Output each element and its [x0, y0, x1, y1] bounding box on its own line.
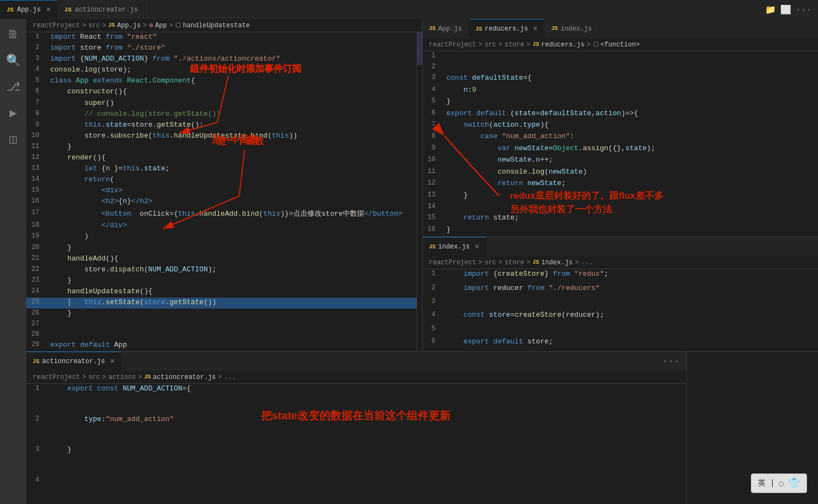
code-line-9: 9 this.state=store.getState(); [26, 120, 422, 131]
r-line-4: 4 n:9 [423, 85, 819, 97]
activity-git[interactable]: ⎇ [2, 76, 24, 98]
r-line-8: 8 case "num_add_action": [423, 132, 819, 143]
code-line-2: 2 import store from "./store" [26, 43, 422, 54]
rb-line-1: 1 import {createStore} from "redux"; [423, 269, 819, 283]
activity-files[interactable]: 🗎 [2, 23, 24, 45]
code-line-5: 5 class App extends React.Component{ [26, 76, 422, 87]
code-line-6: 6 constructor(){ [26, 87, 422, 98]
tab-bar-actions: 📁 ⬜ ··· [758, 4, 818, 15]
js-icon-bottom-index: JS [429, 244, 436, 250]
more-actions-icon[interactable]: ··· [796, 5, 811, 15]
badge-text1: 英 [758, 478, 766, 488]
r-line-15: 15 return state; [423, 213, 819, 224]
code-line-28: 28 [26, 330, 422, 340]
minimap [417, 32, 422, 351]
bottom-tab-actioncreator[interactable]: JS actioncreator.js × [26, 352, 122, 371]
code-line-21: 21 handleAdd(){ [26, 254, 422, 265]
rb-line-4: 4 const store=createStore(reducer); [423, 310, 819, 324]
left-code-lines: 1 import React from "react" 2 import sto… [26, 32, 422, 351]
right-tab-appjs[interactable]: JS App.js [423, 19, 469, 38]
right-tab-reducers-label: reducers.js [485, 25, 528, 33]
right-bottom-code-lines: 1 import {createStore} from "redux"; 2 i… [423, 269, 819, 351]
tab-close-reducers[interactable]: × [533, 25, 537, 33]
rb-line-5: 5 [423, 324, 819, 337]
bottom-panel: JS actioncreator.js × ··· reactProject >… [26, 351, 818, 504]
code-line-27: 27 [26, 319, 422, 330]
folder-icon[interactable]: 📁 [765, 4, 776, 15]
breadcrumb-src: src [88, 22, 100, 29]
tab-label-appjs: App.js [17, 6, 40, 14]
rb-line-3: 3 [423, 297, 819, 310]
r-line-11: 11 console.log(newState) [423, 167, 819, 179]
badge-icon: 👕 [788, 477, 800, 489]
bottom-breadcrumb: reactProject > src > actions > JS action… [26, 371, 686, 384]
r-line-14: 14 [423, 202, 819, 213]
bot-line-4: 4 [26, 476, 686, 504]
bottom-more-icon[interactable]: ··· [656, 356, 686, 367]
code-line-15: 15 <div> [26, 186, 422, 197]
tab-label-actioncreator: actioncreator.js [75, 6, 138, 14]
code-line-13: 13 let {n }=this.state; [26, 164, 422, 175]
code-line-24: 24 handleUpdatestate(){ [26, 287, 422, 298]
code-line-20: 20 } [26, 243, 422, 254]
code-line-12: 12 render(){ [26, 153, 422, 164]
right-top-tab-bar: JS App.js JS reducers.js × JS index.js [423, 19, 819, 38]
badge-dot: ◌ [779, 479, 784, 488]
right-tab-index-label: index.js [560, 25, 592, 33]
code-line-10: 10 store.subscribe(this.handleUpdatestat… [26, 131, 422, 142]
tab-appjs[interactable]: JS App.js × [0, 0, 58, 19]
code-line-1: 1 import React from "react" [26, 32, 422, 43]
right-top-code-lines: 1 2 3 const defaultState={ [423, 51, 819, 236]
tab-close-bottom[interactable]: × [110, 358, 114, 365]
right-bottom-tab-index[interactable]: JS index.js × [423, 237, 487, 256]
activity-extensions[interactable]: ◫ [2, 128, 24, 150]
breadcrumb-text-left: reactProject [33, 22, 80, 29]
activity-debug[interactable]: ▶ [2, 102, 24, 124]
tab-close-appjs[interactable]: × [46, 6, 50, 14]
r-line-2: 2 [423, 62, 819, 73]
js-icon-right-appjs: JS [429, 26, 436, 32]
code-line-29: 29 export default App [26, 340, 422, 351]
r-line-16: 16 } [423, 225, 819, 236]
js-icon-actioncreator: JS [64, 7, 72, 13]
right-editor-pane: JS App.js JS reducers.js × JS index.js [423, 19, 819, 351]
code-line-8: 8 // console.log(store.getState()) [26, 109, 422, 120]
bot-line-3: 3 } [26, 445, 686, 476]
left-editor-pane: reactProject > src > JS App.js > ⚙ App >… [26, 19, 423, 351]
language-badge[interactable]: 英 | ◌ 👕 [751, 473, 807, 493]
code-line-11: 11 } [26, 142, 422, 153]
r-line-9: 9 var newState=Object.assign({},state); [423, 144, 819, 155]
r-line-7: 7 switch(action.type){ [423, 120, 819, 132]
code-line-7: 7 super() [26, 98, 422, 109]
code-line-17: 17 <button onClick={this.handleAdd.bind(… [26, 208, 422, 221]
right-bottom-tab-bar: JS index.js × [423, 237, 819, 256]
tab-actioncreator[interactable]: JS actioncreator.js [58, 0, 145, 19]
bottom-left-panel: JS actioncreator.js × ··· reactProject >… [26, 352, 687, 504]
right-tab-reducers[interactable]: JS reducers.js × [469, 19, 545, 38]
r-line-12: 12 return newState; [423, 179, 819, 190]
activity-search[interactable]: 🔍 [2, 50, 24, 72]
left-code-area[interactable]: 1 import React from "react" 2 import sto… [26, 32, 422, 351]
bot-line-1: 1 export const NUM_ADD_ACTION={ [26, 384, 686, 414]
code-line-23: 23 } [26, 276, 422, 287]
tab-close-bottom-index[interactable]: × [475, 243, 479, 251]
code-line-3: 3 import {NUM_ADD_ACTION} from "./action… [26, 54, 422, 65]
breadcrumb-js-icon: JS [108, 22, 115, 28]
right-bottom-tab-label: index.js [438, 243, 470, 251]
code-line-16: 16 <h2>{n}</h2> [26, 197, 422, 207]
right-top-code-area[interactable]: 1 2 3 const defaultState={ [423, 51, 819, 236]
right-tab-index[interactable]: JS index.js [544, 19, 599, 38]
code-line-25: 25 │ this.setState(store.getState()) [26, 298, 422, 309]
right-bottom-panel: JS index.js × reactProject > src > store [423, 236, 819, 351]
bot-line-2: 2 type:"num_add_action" [26, 414, 686, 445]
js-icon-reducers: JS [476, 26, 482, 32]
bottom-code-area[interactable]: 1 export const NUM_ADD_ACTION={ 2 type:"… [26, 384, 686, 504]
code-line-19: 19 ) [26, 232, 422, 242]
js-icon-index: JS [551, 26, 558, 32]
js-icon-actioncreator-bottom: JS [33, 359, 39, 365]
split-editor-icon[interactable]: ⬜ [780, 4, 791, 15]
rb-line-2: 2 import reducer from "./reducers" [423, 283, 819, 298]
bottom-tab-label: actioncreator.js [42, 358, 105, 365]
top-tab-bar: JS App.js × JS actioncreator.js 📁 ⬜ ··· [0, 0, 818, 19]
right-bottom-code-area[interactable]: 1 import {createStore} from "redux"; 2 i… [423, 269, 819, 351]
